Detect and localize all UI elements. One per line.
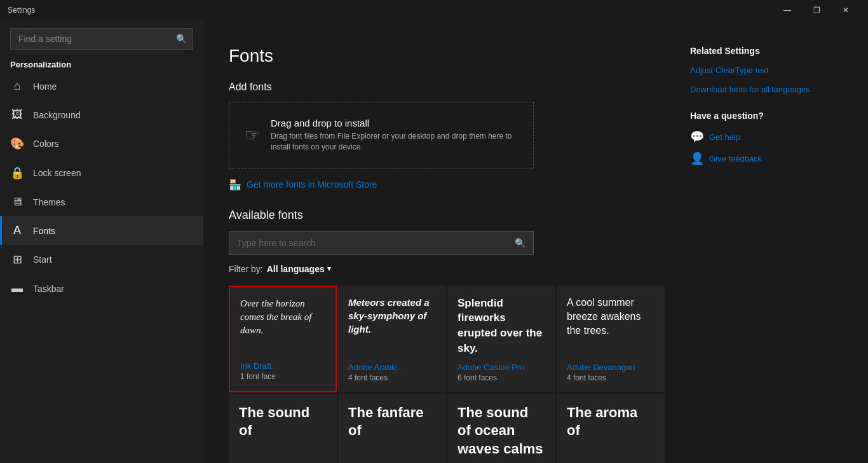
font-preview-text: The fanfare of [348,404,436,440]
font-card-faces: 1 font face [240,372,325,381]
help-link-text: Get help [709,132,740,142]
font-card-footer: Ink Draft 1 font face [240,361,325,381]
search-area: 🔍 [0,20,203,55]
sidebar-item-label: Home [33,81,57,92]
drag-drop-title: Drag and drop to install [271,118,518,128]
filter-dropdown[interactable]: All languages ▾ [267,264,331,274]
page-title: Fonts [229,46,665,66]
search-container: 🔍 [10,28,193,50]
store-icon: 🏪 [229,179,241,191]
search-icon: 🔍 [176,34,187,44]
sidebar-item-home[interactable]: ⌂ Home [0,72,203,100]
sidebar-item-label: Colors [33,139,58,149]
font-card-name: Adobe Devanagari [567,363,654,372]
give-feedback-icon: 👤 [690,151,704,165]
sidebar: 🔍 Personalization ⌂ Home 🖼 Background 🎨 … [0,20,203,463]
filter-bar: Filter by: All languages ▾ [229,264,665,274]
font-preview-text: The aroma of [567,404,654,440]
sidebar-item-fonts[interactable]: A Fonts [0,216,203,245]
start-icon: ⊞ [10,252,24,266]
help-link-get-help[interactable]: 💬 Get help [690,130,843,144]
font-search-input[interactable] [229,232,507,254]
font-card-adobe-arabic[interactable]: Meteors created a sky-symphony of light.… [338,286,446,392]
font-card-font-r2-4[interactable]: The aroma of [557,394,665,463]
filter-label: Filter by: [229,264,263,274]
fonts-icon: A [10,224,24,237]
related-settings-title: Related Settings [690,46,843,56]
store-link-text: Get more fonts in Microsoft Store [247,179,377,190]
sidebar-item-label: Start [33,254,52,265]
available-fonts-title: Available fonts [229,209,665,222]
sidebar-item-label: Taskbar [33,284,64,294]
font-card-name: Adobe Arabic [348,363,436,372]
font-preview-text: A cool summer breeze awakens the trees. [567,296,654,356]
themes-icon: 🖥 [10,195,24,209]
font-preview-text: Over the horizon comes the break of dawn… [240,297,325,355]
taskbar-icon: ▬ [10,282,24,295]
sidebar-item-label: Themes [33,197,65,207]
font-card-footer: Adobe Devanagari 4 font faces [567,363,654,382]
search-input[interactable] [10,28,193,50]
get-help-icon: 💬 [690,130,704,144]
font-preview-text: The sound of ocean waves calms [458,404,545,459]
store-link[interactable]: 🏪 Get more fonts in Microsoft Store [229,179,665,191]
font-card-font-r2-2[interactable]: The fanfare of [338,394,446,463]
content-area: Fonts Add fonts ☞ Drag and drop to insta… [203,20,868,463]
help-link-text: Give feedback [709,154,762,163]
font-preview-text: Meteors created a sky-symphony of light. [348,296,436,356]
background-icon: 🖼 [10,108,24,121]
font-card-faces: 4 font faces [348,373,436,382]
font-card-font-r2-3[interactable]: The sound of ocean waves calms [447,394,555,463]
font-card-font-r2-1[interactable]: The sound of [229,394,337,463]
window-controls: — ❐ ✕ [773,0,860,20]
font-card-name: Ink Draft [240,361,325,371]
font-card-ink-draft[interactable]: Over the horizon comes the break of dawn… [229,286,337,392]
drag-drop-desc: Drag font files from File Explorer or yo… [271,131,518,153]
font-search-bar: 🔍 [229,231,534,255]
titlebar: Settings — ❐ ✕ [0,0,868,20]
sidebar-item-lock-screen[interactable]: 🔒 Lock screen [0,158,203,188]
filter-value: All languages [267,264,325,274]
chevron-down-icon: ▾ [327,265,331,273]
font-grid-row2: The sound of The fanfare of The sound of… [229,394,665,463]
font-card-adobe-caslon-pro[interactable]: Splendid fireworks erupted over the sky.… [447,286,555,392]
sidebar-item-background[interactable]: 🖼 Background [0,100,203,129]
font-grid-row1: Over the horizon comes the break of dawn… [229,286,665,392]
maximize-button[interactable]: ❐ [802,0,831,20]
sidebar-item-start[interactable]: ⊞ Start [0,245,203,274]
help-section-title: Have a question? [690,111,843,121]
related-links: Adjust ClearType textDownload fonts for … [690,65,843,95]
right-sidebar: Related Settings Adjust ClearType textDo… [690,46,843,438]
sidebar-item-label: Background [33,110,81,120]
related-link-cleartype[interactable]: Adjust ClearType text [690,65,843,76]
main-layout: 🔍 Personalization ⌂ Home 🖼 Background 🎨 … [0,20,868,463]
font-card-footer: Adobe Caslon Pro 6 font faces [458,363,545,382]
colors-icon: 🎨 [10,137,24,151]
sidebar-item-taskbar[interactable]: ▬ Taskbar [0,274,203,303]
help-links: 💬 Get help 👤 Give feedback [690,130,843,165]
sidebar-item-colors[interactable]: 🎨 Colors [0,129,203,158]
app-title: Settings [8,6,35,15]
sidebar-item-label: Lock screen [33,168,81,178]
font-card-adobe-devanagari[interactable]: A cool summer breeze awakens the trees. … [557,286,665,392]
sidebar-section-label: Personalization [0,55,203,72]
content-main: Fonts Add fonts ☞ Drag and drop to insta… [229,46,665,438]
font-card-footer: Adobe Arabic 4 font faces [348,363,436,382]
drag-drop-content: Drag and drop to install Drag font files… [271,118,518,153]
related-link-download-fonts[interactable]: Download fonts for all languages [690,84,843,95]
close-button[interactable]: ✕ [831,0,860,20]
sidebar-item-themes[interactable]: 🖥 Themes [0,188,203,216]
drag-icon: ☞ [245,125,261,146]
help-link-give-feedback[interactable]: 👤 Give feedback [690,151,843,165]
minimize-button[interactable]: — [773,0,802,20]
sidebar-item-label: Fonts [33,226,55,236]
drag-drop-area[interactable]: ☞ Drag and drop to install Drag font fil… [229,102,534,169]
add-fonts-title: Add fonts [229,81,665,93]
home-icon: ⌂ [10,79,24,93]
font-search-icon: 🔍 [507,238,533,248]
font-card-faces: 4 font faces [567,373,654,382]
font-card-name: Adobe Caslon Pro [458,363,545,372]
lock-screen-icon: 🔒 [10,166,24,180]
font-preview-text: Splendid fireworks erupted over the sky. [458,296,545,356]
font-card-faces: 6 font faces [458,373,545,382]
